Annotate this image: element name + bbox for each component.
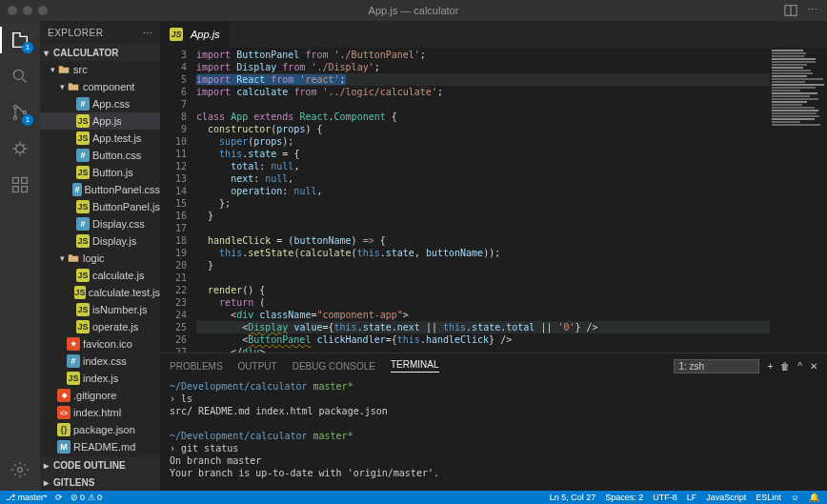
minimap[interactable] — [770, 48, 827, 353]
sidebar-header: EXPLORER — [48, 28, 103, 38]
js-icon: JS — [67, 372, 80, 385]
svg-rect-8 — [13, 178, 19, 184]
panel-tab-terminal[interactable]: TERMINAL — [391, 359, 439, 373]
status-eslint[interactable]: ESLint — [756, 493, 781, 502]
js-icon: JS — [76, 114, 90, 128]
css-icon: # — [76, 97, 90, 111]
source-control-icon[interactable]: 1 — [9, 101, 31, 124]
file-package-json[interactable]: {}package.json — [40, 421, 160, 438]
panel-tab-debug[interactable]: DEBUG CONSOLE — [292, 361, 375, 372]
css-icon: # — [67, 354, 80, 368]
file-index-js[interactable]: JSindex.js — [40, 370, 160, 387]
file-ButtonPanel-js[interactable]: JSButtonPanel.js — [40, 198, 160, 215]
explorer-icon[interactable]: 1 — [9, 29, 31, 51]
kill-terminal-icon[interactable]: 🗑 — [780, 361, 790, 372]
js-icon: JS — [76, 269, 90, 282]
file-index-css[interactable]: #index.css — [40, 353, 160, 370]
css-icon: # — [76, 149, 90, 162]
file-component[interactable]: ▾component — [40, 78, 160, 95]
file-App-css[interactable]: #App.css — [40, 95, 160, 112]
settings-gear-icon[interactable] — [9, 458, 31, 481]
js-icon: JS — [76, 131, 90, 145]
js-icon: JS — [74, 286, 86, 299]
js-icon: JS — [76, 166, 90, 179]
status-bell-icon[interactable]: 🔔 — [809, 493, 819, 502]
js-icon: JS — [76, 320, 90, 333]
folder-icon — [67, 80, 80, 93]
file-calculate-test-js[interactable]: JScalculate.test.js — [40, 284, 160, 301]
svg-rect-11 — [22, 187, 28, 192]
svg-point-4 — [13, 106, 16, 109]
file-Display-js[interactable]: JSDisplay.js — [40, 232, 160, 250]
close-window-button[interactable] — [8, 6, 17, 15]
explorer-badge: 1 — [22, 42, 33, 53]
ico-icon: ★ — [67, 337, 80, 351]
file-favicon-ico[interactable]: ★favicon.ico — [40, 335, 160, 353]
new-terminal-icon[interactable]: + — [767, 361, 773, 372]
close-panel-icon[interactable]: ✕ — [810, 361, 817, 372]
code-outline-section[interactable]: ▸CODE OUTLINE — [40, 456, 160, 474]
svg-point-2 — [13, 70, 23, 79]
svg-rect-10 — [13, 187, 19, 192]
sidebar-more-icon[interactable]: ⋯ — [143, 28, 153, 38]
svg-point-5 — [13, 116, 16, 119]
file-tree: ▾src▾component#App.cssJSApp.jsJSApp.test… — [40, 61, 160, 456]
js-icon: JS — [76, 303, 90, 316]
svg-line-3 — [23, 79, 27, 83]
css-icon: # — [76, 217, 90, 231]
file-Button-css[interactable]: #Button.css — [40, 147, 160, 164]
file-index-html[interactable]: <>index.html — [40, 404, 160, 421]
file-App-js[interactable]: JSApp.js — [40, 112, 160, 130]
file-src[interactable]: ▾src — [40, 61, 160, 78]
md-icon: M — [57, 440, 71, 454]
file-ButtonPanel-css[interactable]: #ButtonPanel.css — [40, 181, 160, 198]
folder-icon — [67, 252, 80, 265]
svg-point-12 — [18, 468, 23, 473]
more-actions-icon[interactable]: ⋯ — [807, 4, 817, 17]
minimize-window-button[interactable] — [23, 6, 32, 15]
status-branch[interactable]: ⎇ master* — [6, 493, 48, 502]
folder-icon — [57, 63, 71, 76]
scm-badge: 1 — [22, 114, 33, 126]
code-editor[interactable]: import ButtonPanel from './ButtonPanel';… — [196, 48, 770, 353]
tab-app-js[interactable]: JS App.js — [160, 21, 231, 48]
git-icon: ◆ — [57, 389, 71, 402]
status-encoding[interactable]: UTF-8 — [653, 493, 677, 502]
layout-split-icon[interactable] — [784, 4, 797, 17]
file-operate-js[interactable]: JSoperate.js — [40, 318, 160, 335]
debug-icon[interactable] — [9, 137, 31, 160]
json-icon: {} — [57, 423, 71, 436]
file-isNumber-js[interactable]: JSisNumber.js — [40, 301, 160, 318]
folder-root[interactable]: ▾CALCULATOR — [40, 44, 160, 61]
tab-label: App.js — [191, 29, 220, 40]
search-icon[interactable] — [9, 65, 31, 88]
file-Button-js[interactable]: JSButton.js — [40, 164, 160, 181]
panel-tab-output[interactable]: OUTPUT — [238, 361, 277, 372]
status-language[interactable]: JavaScript — [706, 493, 746, 502]
status-position[interactable]: Ln 5, Col 27 — [550, 493, 596, 502]
status-eol[interactable]: LF — [687, 493, 697, 502]
gitlens-section[interactable]: ▸GITLENS — [40, 474, 160, 491]
file-README-md[interactable]: MREADME.md — [40, 438, 160, 455]
html-icon: <> — [57, 406, 71, 419]
terminal-body[interactable]: ~/Development/calculator master*› lssrc/… — [160, 378, 827, 491]
file-logic[interactable]: ▾logic — [40, 250, 160, 267]
window-title: App.js — calculator — [369, 5, 459, 16]
js-icon: JS — [76, 234, 90, 248]
zoom-window-button[interactable] — [38, 6, 48, 15]
extensions-icon[interactable] — [9, 173, 31, 196]
terminal-selector[interactable]: 1: zsh — [674, 359, 759, 373]
status-spaces[interactable]: Spaces: 2 — [605, 493, 643, 502]
js-icon: JS — [76, 200, 90, 213]
status-errors[interactable]: ⊘ 0 ⚠ 0 — [71, 493, 103, 502]
svg-rect-9 — [22, 178, 28, 184]
js-icon: JS — [170, 28, 183, 41]
status-feedback-icon[interactable]: ☺ — [791, 493, 799, 502]
file-calculate-js[interactable]: JScalculate.js — [40, 267, 160, 284]
file-App-test-js[interactable]: JSApp.test.js — [40, 130, 160, 147]
panel-tab-problems[interactable]: PROBLEMS — [170, 361, 223, 372]
file-Display-css[interactable]: #Display.css — [40, 215, 160, 232]
status-sync-icon[interactable]: ⟳ — [55, 493, 63, 502]
maximize-panel-icon[interactable]: ^ — [797, 361, 802, 372]
file--gitignore[interactable]: ◆.gitignore — [40, 387, 160, 404]
